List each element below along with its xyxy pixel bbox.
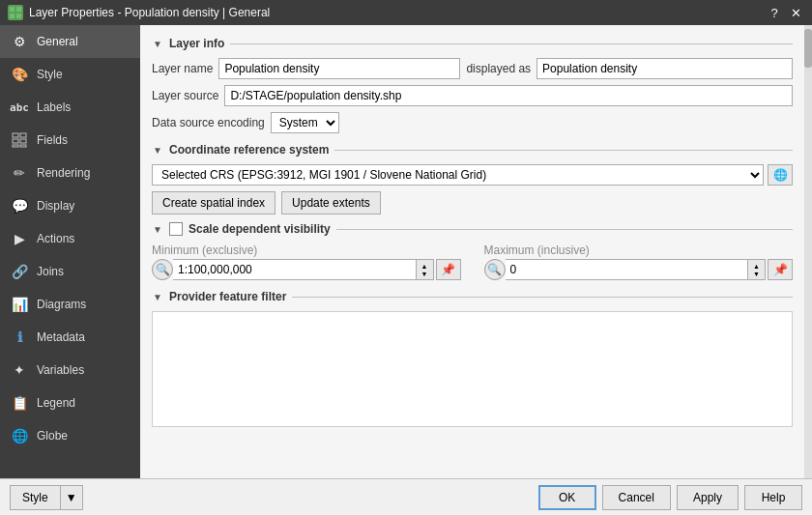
close-button[interactable]: ✕ [787,4,804,21]
sidebar-label-rendering: Rendering [37,166,90,180]
sidebar-item-rendering[interactable]: ✏ Rendering [0,157,140,189]
help-button[interactable]: Help [744,485,802,510]
sidebar-item-actions[interactable]: ▶ Actions [0,222,140,255]
style-button[interactable]: Style [10,485,60,510]
minimum-scale-input[interactable] [173,259,417,280]
update-extents-button[interactable]: Update extents [281,191,381,215]
maximum-arrows-button[interactable]: ▲ ▼ [748,259,766,280]
crs-toggle[interactable]: ▼ [152,144,163,156]
sidebar-item-fields[interactable]: Fields [0,124,140,157]
title-bar: Layer Properties - Population density | … [0,0,812,25]
apply-button[interactable]: Apply [677,485,739,510]
labels-icon: abc [10,98,29,117]
title-bar-left: Layer Properties - Population density | … [8,5,270,20]
scrollbar-thumb [804,29,812,68]
maximum-group: Maximum (inclusive) 🔍 ▲ ▼ 📌 [484,243,794,280]
zoom-in-button[interactable]: 🔍 [484,259,506,280]
sidebar-item-general[interactable]: ⚙ General [0,25,140,58]
sidebar-label-display: Display [37,199,74,213]
minimum-arrows-button[interactable]: ▲ ▼ [417,259,434,280]
maximum-scale-input[interactable] [506,259,749,280]
right-scrollbar[interactable] [804,25,812,478]
sidebar-label-actions: Actions [37,232,74,245]
diagrams-icon: 📊 [10,295,29,314]
style-icon: 🎨 [10,65,29,84]
create-spatial-index-button[interactable]: Create spatial index [152,191,276,215]
maximum-pin-button[interactable]: 📌 [768,259,793,280]
sidebar-item-variables[interactable]: ✦ Variables [0,354,140,386]
crs-header: ▼ Coordinate reference system [152,143,793,157]
scale-checkbox[interactable] [169,222,183,236]
svg-rect-5 [20,133,26,137]
sidebar-item-metadata[interactable]: ℹ Metadata [0,321,140,354]
filter-title: Provider feature filter [169,290,286,303]
metadata-icon: ℹ [10,328,29,347]
layer-info-header: ▼ Layer info [152,37,793,50]
maximum-label: Maximum (inclusive) [484,243,794,257]
svg-rect-4 [13,133,18,137]
crs-globe-button[interactable]: 🌐 [768,164,793,186]
window-title: Layer Properties - Population density | … [29,6,270,19]
sidebar-label-joins: Joins [37,265,64,278]
layer-source-label: Layer source [152,89,218,102]
sidebar-item-legend[interactable]: 📋 Legend [0,386,140,419]
sidebar-label-globe: Globe [37,429,68,443]
crs-title: Coordinate reference system [169,143,329,157]
sidebar-item-style[interactable]: 🎨 Style [0,58,140,91]
displayed-as-label: displayed as [466,62,531,75]
displayed-as-input[interactable] [536,58,793,79]
layer-info-title: Layer info [169,37,224,50]
spatial-buttons-row: Create spatial index Update extents [152,191,793,215]
display-icon: 💬 [10,196,29,215]
joins-icon: 🔗 [10,262,29,281]
main-container: ⚙ General 🎨 Style abc Labels Fields [0,25,812,478]
filter-toggle[interactable]: ▼ [152,291,163,302]
general-icon: ⚙ [10,32,29,51]
minimum-input-group: 🔍 ▲ ▼ 📌 [152,259,461,280]
sidebar-label-variables: Variables [37,363,84,377]
crs-select[interactable]: Selected CRS (EPSG:3912, MGI 1901 / Slov… [152,164,764,186]
sidebar-item-joins[interactable]: 🔗 Joins [0,255,140,288]
crs-row: Selected CRS (EPSG:3912, MGI 1901 / Slov… [152,164,793,186]
sidebar-label-fields: Fields [37,133,68,147]
legend-icon: 📋 [10,393,29,413]
zoom-out-button[interactable]: 🔍 [152,259,173,280]
dialog-buttons: OK Cancel Apply Help [538,485,802,510]
help-button[interactable]: ? [766,4,783,21]
filter-divider [292,297,793,298]
minimum-pin-button[interactable]: 📌 [436,259,461,280]
cancel-button[interactable]: Cancel [602,485,671,510]
chevron-down-icon: ▼ [66,491,77,504]
layer-source-input[interactable] [224,85,793,106]
svg-rect-9 [20,145,26,147]
sidebar-item-globe[interactable]: 🌐 Globe [0,419,140,452]
content-area: ▼ Layer info Layer name displayed as Lay… [140,25,804,478]
app-icon [8,5,23,20]
scale-header: ▼ Scale dependent visibility [152,222,793,236]
encoding-select[interactable]: System UTF-8 Latin-1 [271,112,339,133]
scale-toggle[interactable]: ▼ [152,223,163,235]
rendering-icon: ✏ [10,163,29,183]
svg-rect-8 [13,145,18,147]
globe-icon: 🌐 [10,426,29,445]
sidebar-label-legend: Legend [37,396,75,410]
layer-info-divider [230,43,793,44]
provider-filter-area[interactable] [152,311,793,427]
layer-name-input[interactable] [218,58,460,79]
ok-button[interactable]: OK [538,485,596,510]
style-dropdown-button[interactable]: ▼ [60,485,83,510]
svg-rect-0 [10,7,14,12]
bottom-bar: Style ▼ OK Cancel Apply Help [0,478,812,515]
layer-info-toggle[interactable]: ▼ [152,38,163,49]
encoding-label: Data source encoding [152,116,265,129]
scale-divider [336,229,793,230]
encoding-row: Data source encoding System UTF-8 Latin-… [152,112,793,133]
sidebar-item-diagrams[interactable]: 📊 Diagrams [0,288,140,321]
sidebar-item-labels[interactable]: abc Labels [0,91,140,124]
style-button-group: Style ▼ [10,485,83,510]
sidebar-item-display[interactable]: 💬 Display [0,189,140,222]
svg-rect-6 [13,139,18,143]
fields-icon [10,130,29,150]
layer-name-row: Layer name displayed as [152,58,793,79]
actions-icon: ▶ [10,229,29,248]
